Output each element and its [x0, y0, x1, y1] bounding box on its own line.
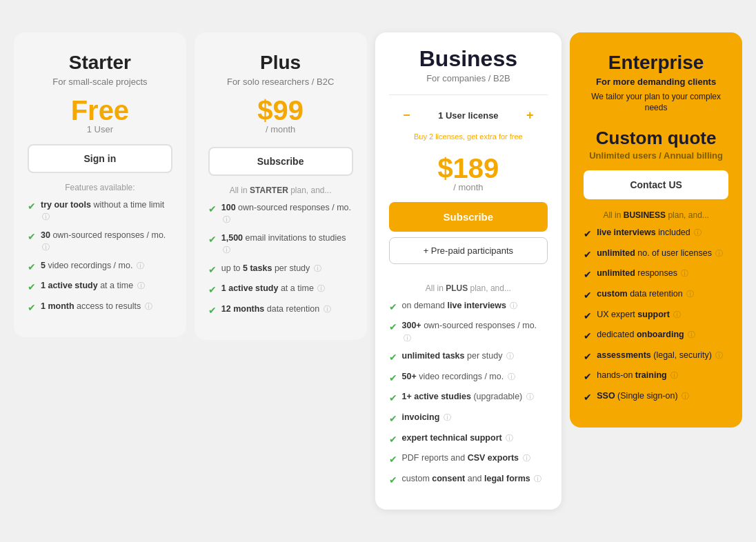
- business-subscribe-button[interactable]: Subscribe: [389, 202, 548, 232]
- check-icon-b8: ✔: [389, 453, 397, 467]
- plus-features-title: All in STARTER plan, and...: [208, 185, 353, 195]
- enterprise-title: Enterprise: [584, 52, 728, 74]
- business-title: Business: [389, 46, 548, 72]
- check-icon-e7: ✔: [584, 350, 592, 364]
- starter-feature-4: ✔ 1 active study at a time ⓘ: [28, 280, 172, 294]
- biz-feature-5: ✔ 1+ active studies (upgradable) ⓘ: [389, 391, 548, 405]
- enterprise-price-label: Custom quote: [584, 128, 728, 149]
- license-label: 1 User license: [438, 110, 498, 121]
- check-icon-e8: ✔: [584, 370, 592, 384]
- check-icon-4: ✔: [28, 281, 36, 294]
- biz-feature-9: ✔ custom consent and legal forms ⓘ: [389, 473, 548, 488]
- check-icon-e6: ✔: [584, 330, 592, 343]
- plus-cta-button[interactable]: Subscribe: [208, 147, 353, 176]
- starter-feature-5: ✔ 1 month access to results ⓘ: [28, 301, 172, 315]
- check-icon-e4: ✔: [584, 289, 592, 303]
- biz-feature-3: ✔ unlimited tasks per study ⓘ: [389, 350, 548, 365]
- plus-feature-1: ✔ 100 own-sourced responses / mo. ⓘ: [208, 202, 353, 226]
- check-icon-p2: ✔: [208, 233, 217, 247]
- starter-feature-1: ✔ try our tools without a time limit ⓘ: [28, 199, 172, 223]
- biz-feature-4: ✔ 50+ video recordings / mo. ⓘ: [389, 371, 548, 385]
- check-icon-e1: ✔: [584, 228, 592, 241]
- check-icon-p3: ✔: [208, 263, 217, 277]
- check-icon-e9: ✔: [584, 391, 592, 405]
- plus-title: Plus: [208, 52, 353, 74]
- check-icon-p1: ✔: [208, 203, 217, 217]
- biz-feature-6: ✔ invoicing ⓘ: [389, 412, 548, 426]
- business-plan: Business For companies / B2B − 1 User li…: [375, 32, 562, 510]
- check-icon-e2: ✔: [584, 248, 592, 262]
- starter-user-label: 1 User: [28, 124, 172, 134]
- license-plus-button[interactable]: +: [521, 108, 538, 124]
- check-icon-b4: ✔: [389, 372, 397, 385]
- ent-feature-8: ✔ hands-on training ⓘ: [584, 370, 728, 384]
- license-minus-button[interactable]: −: [399, 108, 415, 124]
- enterprise-plan: Enterprise For more demanding clients We…: [570, 32, 742, 428]
- business-features-title: All in PLUS plan, and...: [389, 283, 548, 293]
- check-icon-e3: ✔: [584, 268, 592, 282]
- plus-feature-4: ✔ 1 active study at a time ⓘ: [208, 283, 353, 297]
- ent-feature-7: ✔ assessments (legal, security) ⓘ: [584, 350, 728, 364]
- plus-feature-2: ✔ 1,500 email invitations to studies ⓘ: [208, 232, 353, 257]
- check-icon-p5: ✔: [208, 304, 217, 318]
- check-icon-3: ✔: [28, 261, 36, 274]
- business-subtitle: For companies / B2B: [389, 73, 548, 83]
- starter-price: Free: [28, 97, 172, 124]
- biz-feature-1: ✔ on demand live interviews ⓘ: [389, 300, 548, 314]
- ent-feature-1: ✔ live interviews included ⓘ: [584, 227, 728, 241]
- check-icon-b9: ✔: [389, 474, 397, 488]
- check-icon-1: ✔: [28, 200, 36, 214]
- starter-title: Starter: [28, 52, 172, 74]
- business-prepaid-button[interactable]: + Pre-paid participants: [389, 237, 548, 264]
- plus-price: $99: [208, 97, 353, 124]
- pricing-container: Starter For small-scale projects Free 1 …: [14, 32, 742, 510]
- ent-feature-4: ✔ custom data retention ⓘ: [584, 288, 728, 303]
- check-icon-b7: ✔: [389, 433, 397, 447]
- business-price: $189: [389, 154, 548, 182]
- enterprise-desc: We tailor your plan to your complex need…: [584, 91, 728, 114]
- ent-feature-2: ✔ unlimited no. of user licenses ⓘ: [584, 248, 728, 262]
- plus-feature-3: ✔ up to 5 tasks per study ⓘ: [208, 263, 353, 277]
- check-icon-2: ✔: [28, 230, 36, 244]
- check-icon-p4: ✔: [208, 283, 217, 297]
- plus-period: / month: [208, 124, 353, 134]
- starter-cta-button[interactable]: Sign in: [28, 144, 172, 173]
- check-icon-b3: ✔: [389, 351, 397, 365]
- business-divider: [389, 94, 548, 95]
- check-icon-5: ✔: [28, 301, 36, 315]
- business-period: / month: [389, 182, 548, 192]
- ent-feature-6: ✔ dedicated onboarding ⓘ: [584, 329, 728, 343]
- plus-plan: Plus For solo researchers / B2C $99 / mo…: [195, 32, 367, 341]
- check-icon-b1: ✔: [389, 301, 397, 314]
- enterprise-price-sublabel: Unlimited users / Annual billing: [584, 150, 728, 161]
- check-icon-b5: ✔: [389, 392, 397, 405]
- check-icon-b2: ✔: [389, 321, 397, 334]
- starter-feature-2: ✔ 30 own-sourced responses / mo. ⓘ: [28, 230, 172, 254]
- biz-feature-8: ✔ PDF reports and CSV exports ⓘ: [389, 452, 548, 467]
- ent-feature-5: ✔ UX expert support ⓘ: [584, 309, 728, 323]
- enterprise-subtitle: For more demanding clients: [584, 77, 728, 87]
- check-icon-b6: ✔: [389, 412, 397, 426]
- biz-feature-2: ✔ 300+ own-sourced responses / mo. ⓘ: [389, 320, 548, 344]
- enterprise-features-title: All in BUSINESS plan, and...: [584, 210, 728, 220]
- starter-feature-3: ✔ 5 video recordings / mo. ⓘ: [28, 260, 172, 274]
- starter-plan: Starter For small-scale projects Free 1 …: [14, 32, 186, 338]
- biz-feature-7: ✔ expert technical support ⓘ: [389, 432, 548, 447]
- license-promo: Buy 2 licenses, get extra for free: [389, 132, 548, 141]
- ent-feature-3: ✔ unlimited responses ⓘ: [584, 268, 728, 282]
- plus-subtitle: For solo researchers / B2C: [208, 77, 353, 87]
- check-icon-e5: ✔: [584, 310, 592, 323]
- plus-feature-5: ✔ 12 months data retention ⓘ: [208, 303, 353, 318]
- ent-feature-9: ✔ SSO (Single sign-on) ⓘ: [584, 390, 728, 405]
- license-control: − 1 User license +: [389, 102, 548, 130]
- enterprise-cta-button[interactable]: Contact US: [584, 170, 728, 199]
- starter-features-title: Features available:: [28, 183, 172, 192]
- starter-subtitle: For small-scale projects: [28, 77, 172, 87]
